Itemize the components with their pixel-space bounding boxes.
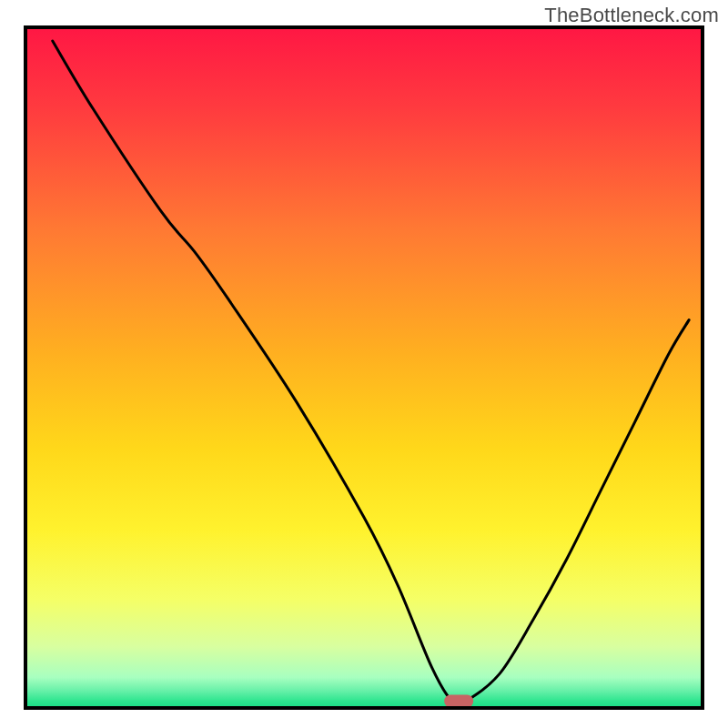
gradient-background	[25, 27, 703, 708]
watermark-text: TheBottleneck.com	[544, 4, 719, 27]
chart-container: TheBottleneck.com	[0, 0, 728, 728]
bottleneck-chart	[0, 0, 728, 728]
optimal-marker	[444, 695, 473, 708]
